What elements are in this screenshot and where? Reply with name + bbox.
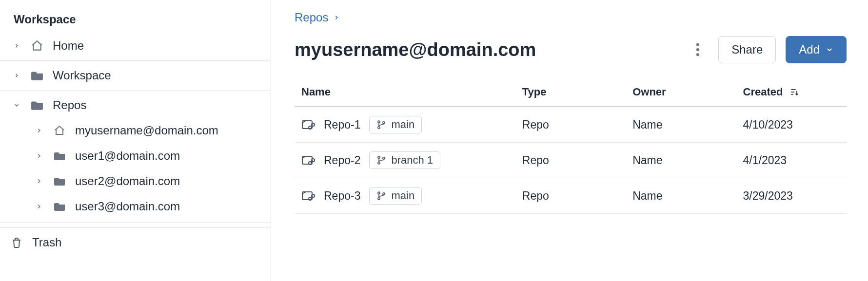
divider <box>0 222 271 223</box>
repo-name: Repo-1 <box>324 118 360 131</box>
folder-icon <box>30 100 44 111</box>
svg-point-2 <box>696 53 699 56</box>
page-header: myusername@domain.com Share Add <box>295 36 847 63</box>
svg-point-15 <box>378 156 380 158</box>
cell-owner: Name <box>626 107 736 143</box>
main-content: Repos myusername@domain.com Share Add <box>271 0 868 281</box>
sidebar-item-label: user1@domain.com <box>75 149 259 163</box>
branch-name: main <box>391 189 414 202</box>
sidebar-title: Workspace <box>0 10 271 33</box>
chevron-right-icon <box>34 178 44 185</box>
folder-icon <box>53 202 66 211</box>
sidebar-item-label: Repos <box>53 98 259 112</box>
branch-icon <box>376 155 386 165</box>
sidebar-item-label: user2@domain.com <box>75 174 259 188</box>
sidebar-item-label: myusername@domain.com <box>75 124 259 137</box>
sidebar-item-label: user3@domain.com <box>75 200 259 213</box>
cell-type: Repo <box>515 107 626 143</box>
cell-owner: Name <box>626 143 736 178</box>
sidebar-repos-children: myusername@domain.comuser1@domain.comuse… <box>0 118 271 219</box>
column-header-owner[interactable]: Owner <box>626 80 736 107</box>
table-row[interactable]: Repo-2branch 1RepoName4/1/2023 <box>295 143 847 178</box>
breadcrumb-item[interactable]: Repos <box>295 11 328 24</box>
svg-point-16 <box>378 162 380 164</box>
divider <box>0 90 271 91</box>
sidebar-item-repo-user[interactable]: user1@domain.com <box>0 143 271 169</box>
branch-icon <box>376 191 386 201</box>
cell-created: 4/10/2023 <box>736 107 847 143</box>
chevron-right-icon <box>34 203 44 210</box>
folder-icon <box>53 151 66 161</box>
branch-name: main <box>391 118 414 131</box>
kebab-icon <box>696 43 700 56</box>
folder-icon <box>53 176 66 186</box>
button-label: Add <box>799 43 820 56</box>
branch-badge[interactable]: main <box>369 187 422 205</box>
cell-owner: Name <box>626 178 736 214</box>
home-icon <box>30 39 44 52</box>
cell-created: 3/29/2023 <box>736 178 847 214</box>
sidebar-item-label: Trash <box>32 236 61 249</box>
cell-type: Repo <box>515 143 626 178</box>
sidebar-item-label: Home <box>53 39 259 53</box>
svg-point-11 <box>383 122 385 124</box>
svg-point-0 <box>696 43 699 46</box>
home-icon <box>53 125 66 136</box>
branch-name: branch 1 <box>391 154 433 167</box>
chevron-right-icon <box>12 72 21 79</box>
repo-name: Repo-2 <box>324 154 360 167</box>
branch-icon <box>376 120 386 130</box>
header-actions: Share Add <box>687 36 847 63</box>
repos-table: Name Type Owner Created Repo-1mainRepoNa… <box>295 80 847 214</box>
svg-point-9 <box>378 121 380 123</box>
trash-icon <box>10 236 23 249</box>
chevron-right-icon <box>34 127 44 134</box>
sidebar-item-repo-user[interactable]: myusername@domain.com <box>0 118 271 143</box>
folder-icon <box>30 70 44 81</box>
add-button[interactable]: Add <box>786 36 847 63</box>
sidebar-item-trash[interactable]: Trash <box>0 227 271 257</box>
sidebar: Workspace Home Workspace <box>0 0 271 281</box>
svg-point-23 <box>383 193 385 195</box>
share-button[interactable]: Share <box>718 36 776 63</box>
chevron-right-icon <box>12 42 21 49</box>
sidebar-item-home[interactable]: Home <box>0 33 271 58</box>
more-options-button[interactable] <box>687 39 709 60</box>
column-header-type[interactable]: Type <box>515 80 626 107</box>
sidebar-item-repo-user[interactable]: user2@domain.com <box>0 169 271 194</box>
app-root: Workspace Home Workspace <box>0 0 868 281</box>
repo-icon <box>301 190 315 202</box>
sidebar-item-label: Workspace <box>53 69 259 82</box>
table-row[interactable]: Repo-1mainRepoName4/10/2023 <box>295 107 847 143</box>
column-header-name[interactable]: Name <box>295 80 515 107</box>
chevron-right-icon <box>34 152 44 159</box>
sort-descending-icon <box>789 87 800 97</box>
svg-point-10 <box>378 127 380 129</box>
sidebar-item-repo-user[interactable]: user3@domain.com <box>0 194 271 219</box>
column-header-label: Created <box>743 86 783 98</box>
chevron-down-icon <box>826 46 833 54</box>
branch-badge[interactable]: main <box>369 116 422 133</box>
page-title: myusername@domain.com <box>295 39 536 60</box>
svg-point-1 <box>696 48 699 51</box>
repo-name: Repo-3 <box>324 189 360 203</box>
breadcrumb: Repos <box>295 11 847 24</box>
sidebar-item-repos[interactable]: Repos <box>0 93 271 118</box>
cell-created: 4/1/2023 <box>736 143 847 178</box>
cell-type: Repo <box>515 178 626 214</box>
table-row[interactable]: Repo-3mainRepoName3/29/2023 <box>295 178 847 214</box>
svg-point-17 <box>383 157 385 159</box>
divider <box>0 60 271 61</box>
branch-badge[interactable]: branch 1 <box>369 151 440 169</box>
chevron-down-icon <box>12 102 21 109</box>
button-label: Share <box>731 43 763 56</box>
repo-icon <box>301 119 315 131</box>
sidebar-item-workspace[interactable]: Workspace <box>0 63 271 88</box>
svg-point-22 <box>378 198 380 200</box>
svg-point-21 <box>378 192 380 194</box>
chevron-right-icon <box>333 14 340 21</box>
repo-icon <box>301 154 315 166</box>
column-header-created[interactable]: Created <box>736 80 847 107</box>
